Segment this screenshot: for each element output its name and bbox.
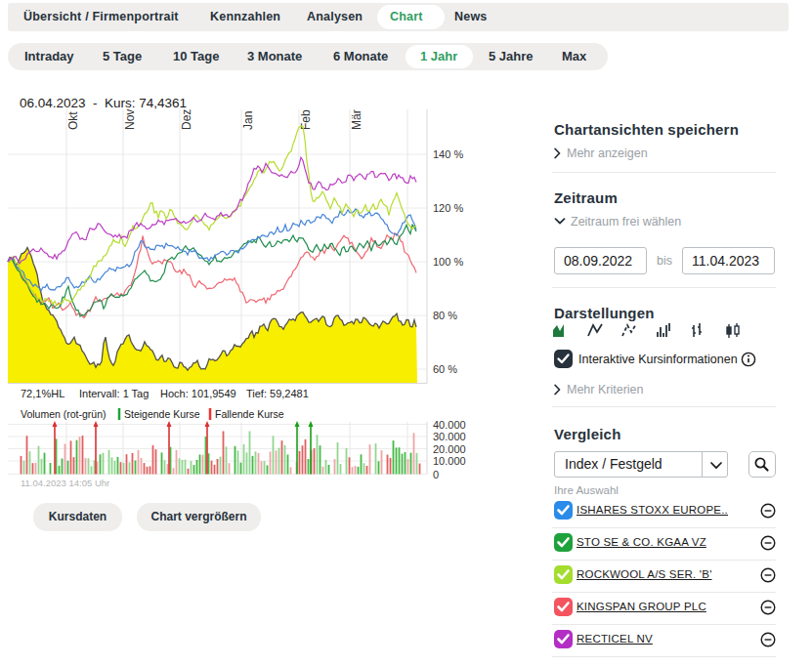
svg-text:Mär: Mär (350, 109, 363, 130)
svg-text:Nov: Nov (123, 109, 137, 130)
svg-text:30.000: 30.000 (433, 431, 466, 442)
svg-text:100 %: 100 % (433, 256, 463, 268)
svg-text:10.000: 10.000 (433, 455, 466, 467)
svg-text:60 %: 60 % (433, 363, 457, 375)
svg-text:Okt: Okt (66, 111, 80, 130)
svg-text:120 %: 120 % (433, 202, 463, 214)
svg-text:20.000: 20.000 (433, 443, 466, 455)
svg-text:140 %: 140 % (433, 148, 463, 160)
svg-text:0: 0 (433, 469, 439, 480)
svg-text:Dez: Dez (180, 109, 193, 130)
svg-text:40.000: 40.000 (433, 419, 466, 431)
svg-text:Jan: Jan (241, 111, 255, 130)
svg-text:80 %: 80 % (433, 310, 457, 321)
